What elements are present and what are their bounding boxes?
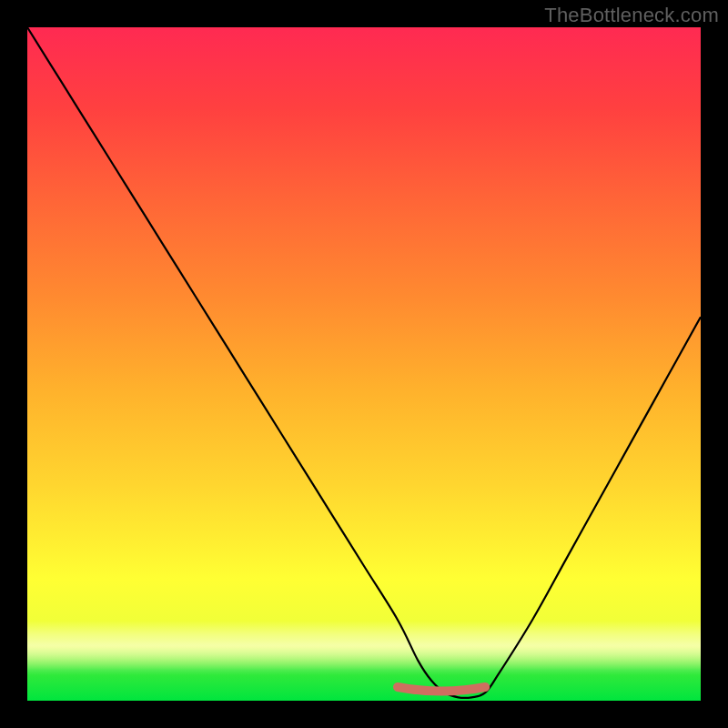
watermark-text: TheBottleneck.com xyxy=(544,4,719,27)
chart-svg xyxy=(27,27,701,701)
plot-area xyxy=(27,27,701,701)
bottleneck-curve xyxy=(27,27,701,698)
optimal-range-marker xyxy=(398,687,485,692)
chart-frame: TheBottleneck.com xyxy=(0,0,728,728)
